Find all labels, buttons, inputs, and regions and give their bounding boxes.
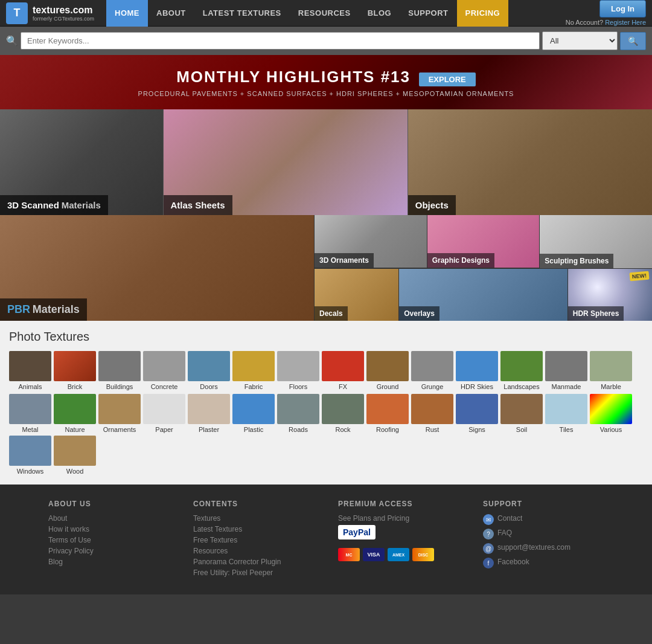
tex-cat-label: Animals	[18, 383, 42, 390]
paypal-logo: PayPal	[338, 525, 376, 539]
logo-sub: formerly CGTextures.com	[33, 16, 94, 22]
tex-cat-fabric[interactable]: Fabric	[232, 351, 275, 390]
tex-cat-label: Roofing	[376, 426, 399, 433]
cat-label-3d-ornaments: 3D Ornaments	[315, 253, 374, 268]
explore-button[interactable]: EXPLORE	[419, 72, 476, 86]
featured-atlas-sheets[interactable]: Atlas Sheets	[164, 109, 408, 215]
footer-contents-heading: CONTENTS	[193, 500, 314, 508]
nav-about[interactable]: ABOUT	[148, 0, 194, 27]
tex-cat-label: Landscapes	[503, 383, 539, 390]
login-button[interactable]: Log In	[599, 0, 646, 18]
tex-cat-rust[interactable]: Rust	[411, 394, 453, 433]
header: T textures.com formerly CGTextures.com H…	[0, 0, 652, 27]
tex-cat-label: Windows	[17, 468, 44, 475]
banner-content: MONTHLY HIGHLIGHTS #13 EXPLORE PROCEDURA…	[138, 68, 514, 97]
tex-cat-plastic[interactable]: Plastic	[232, 394, 275, 433]
tex-cat-ground[interactable]: Ground	[366, 351, 409, 390]
tex-cat-fx[interactable]: FX	[322, 351, 364, 390]
footer-privacy-link[interactable]: Privacy Policy	[48, 547, 169, 555]
featured-objects[interactable]: Objects	[408, 109, 652, 215]
footer-about-heading: ABOUT US	[48, 500, 169, 508]
footer-resources-link[interactable]: Resources	[193, 547, 314, 555]
support-faq: ? FAQ	[483, 529, 604, 539]
cat-label-graphic-designs: Graphic Designs	[427, 253, 494, 268]
email-link[interactable]: support@textures.com	[497, 543, 570, 552]
facebook-link[interactable]: Facebook	[497, 558, 529, 566]
tex-cat-soil[interactable]: Soil	[500, 394, 543, 433]
tex-cat-brick[interactable]: Brick	[54, 351, 96, 390]
tex-cat-label: Buildings	[106, 383, 133, 390]
footer-textures-link[interactable]: Textures	[193, 514, 314, 523]
tex-cat-manmade[interactable]: Manmade	[545, 351, 587, 390]
tex-cat-label: FX	[339, 383, 347, 390]
search-input[interactable]	[21, 32, 540, 50]
footer-terms-link[interactable]: Terms of Use	[48, 536, 169, 544]
tex-cat-buildings[interactable]: Buildings	[98, 351, 141, 390]
category-overlays[interactable]: Overlays	[398, 268, 567, 321]
footer-contents: CONTENTS Textures Latest Textures Free T…	[193, 500, 314, 579]
category-graphic-designs[interactable]: Graphic Designs	[427, 215, 540, 268]
contact-link[interactable]: Contact	[497, 514, 522, 523]
tex-cat-rock[interactable]: Rock	[322, 394, 364, 433]
banner-subtitle: PROCEDURAL PAVEMENTS + SCANNED SURFACES …	[138, 90, 514, 97]
footer-pixelpeeper-link[interactable]: Free Utility: Pixel Peeper	[193, 568, 314, 577]
tex-cat-roofing[interactable]: Roofing	[366, 394, 409, 433]
tex-cat-doors[interactable]: Doors	[188, 351, 230, 390]
cat-label-decals: Decals	[315, 306, 348, 321]
register-link[interactable]: Register Here	[605, 19, 646, 26]
tex-cat-metal[interactable]: Metal	[9, 394, 51, 433]
tex-cat-windows[interactable]: Windows	[9, 436, 51, 475]
category-sculpting-brushes[interactable]: Sculpting Brushes	[539, 215, 652, 268]
tex-cat-ornaments[interactable]: Ornaments	[98, 394, 141, 433]
category-pbr[interactable]: PBR Materials	[0, 215, 314, 321]
contact-icon: ✉	[483, 514, 494, 525]
nav-support[interactable]: SUPPORT	[400, 0, 456, 27]
tex-cat-animals[interactable]: Animals	[9, 351, 51, 390]
tex-cat-label: Paper	[155, 426, 173, 433]
footer-about-link[interactable]: About	[48, 514, 169, 523]
tex-cat-various[interactable]: Various	[590, 394, 632, 433]
footer-latest-link[interactable]: Latest Textures	[193, 525, 314, 533]
login-area: Log In No Account? Register Here	[566, 0, 646, 26]
nav-home[interactable]: HOME	[106, 0, 148, 27]
logo[interactable]: T textures.com formerly CGTextures.com	[6, 2, 94, 24]
tex-cat-wood[interactable]: Wood	[54, 436, 96, 475]
footer-blog-link[interactable]: Blog	[48, 558, 169, 566]
search-button[interactable]: 🔍	[620, 32, 646, 50]
faq-icon: ?	[483, 529, 494, 539]
category-hdr-spheres[interactable]: HDR Spheres NEW!	[567, 268, 652, 321]
tex-cat-concrete[interactable]: Concrete	[143, 351, 185, 390]
tex-cat-landscapes[interactable]: Landscapes	[500, 351, 543, 390]
nav-pricing[interactable]: PRICING	[457, 0, 509, 27]
tex-cat-label: Metal	[22, 426, 39, 433]
tex-cat-plaster[interactable]: Plaster	[188, 394, 230, 433]
tex-cat-label: Rock	[335, 426, 350, 433]
tex-cat-marble[interactable]: Marble	[590, 351, 632, 390]
category-3d-ornaments[interactable]: 3D Ornaments	[314, 215, 427, 268]
footer-free-link[interactable]: Free Textures	[193, 536, 314, 544]
tex-cat-nature[interactable]: Nature	[54, 394, 96, 433]
featured-3d-scanned[interactable]: 3D Scanned Materials	[0, 109, 163, 215]
tex-cat-signs[interactable]: Signs	[456, 394, 498, 433]
footer-panorama-link[interactable]: Panorama Corrector Plugin	[193, 558, 314, 566]
faq-link[interactable]: FAQ	[497, 529, 512, 537]
tex-cat-floors[interactable]: Floors	[277, 351, 319, 390]
tex-cat-label: Signs	[468, 426, 485, 433]
tex-cat-hdr-skies[interactable]: HDR Skies	[456, 351, 498, 390]
footer-see-plans: See Plans and Pricing	[338, 514, 459, 523]
category-dropdown[interactable]: All Photo Textures 3D Scanned PBR Materi…	[542, 31, 618, 50]
nav-latest[interactable]: LATEST TEXTURES	[194, 0, 290, 27]
searchbar: 🔍 All Photo Textures 3D Scanned PBR Mate…	[0, 27, 652, 55]
nav-resources[interactable]: RESOURCES	[290, 0, 359, 27]
nav-blog[interactable]: BLOG	[359, 0, 400, 27]
tex-cat-paper[interactable]: Paper	[143, 394, 185, 433]
feat-label-scanned: 3D Scanned Materials	[0, 195, 108, 215]
footer-how-link[interactable]: How it works	[48, 525, 169, 533]
tex-cat-tiles[interactable]: Tiles	[545, 394, 587, 433]
tex-cat-roads[interactable]: Roads	[277, 394, 319, 433]
banner[interactable]: MONTHLY HIGHLIGHTS #13 EXPLORE PROCEDURA…	[0, 55, 652, 109]
category-decals[interactable]: Decals	[314, 268, 398, 321]
main-nav: HOME ABOUT LATEST TEXTURES RESOURCES BLO…	[106, 0, 566, 27]
cat-row-top: 3D Ornaments Graphic Designs Sculpting B…	[314, 215, 652, 268]
tex-cat-grunge[interactable]: Grunge	[411, 351, 453, 390]
